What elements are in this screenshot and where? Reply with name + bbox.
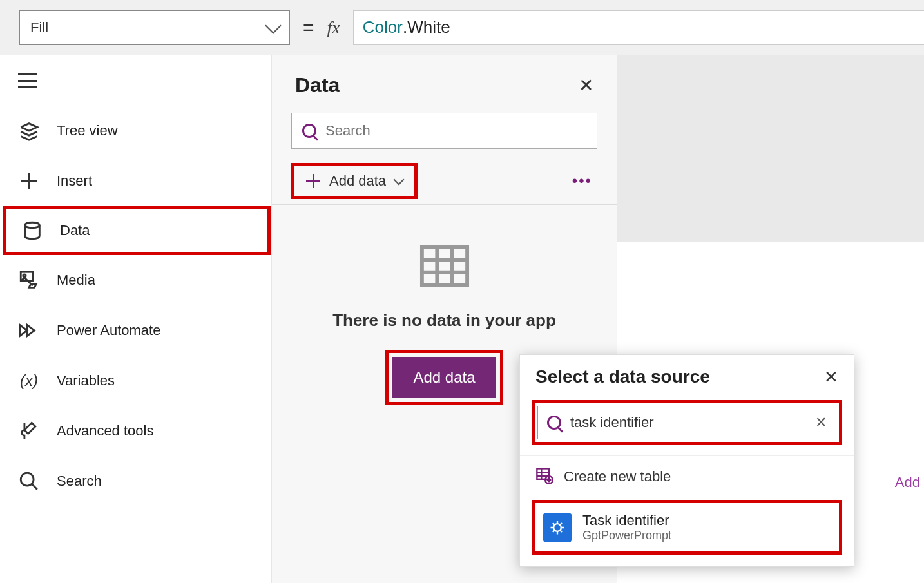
search-icon — [547, 416, 561, 430]
ds-popup-title: Select a data source — [535, 367, 710, 387]
nav-data[interactable]: Data — [3, 206, 271, 255]
data-pane-title: Data — [295, 73, 340, 97]
fx-icon: fx — [327, 17, 340, 38]
layers-icon — [18, 120, 40, 142]
create-new-table[interactable]: Create new table — [520, 455, 854, 497]
nav-media[interactable]: Media — [0, 255, 271, 305]
data-source-popup: Select a data source ✕ ✕ Create new tabl… — [519, 354, 854, 567]
nav-label: Data — [60, 222, 90, 239]
close-icon[interactable]: ✕ — [579, 75, 593, 96]
left-nav: Tree view Insert Data Media Power Automa — [0, 55, 272, 583]
nav-insert[interactable]: Insert — [0, 156, 271, 206]
svg-rect-11 — [537, 469, 549, 479]
property-name: Fill — [30, 19, 48, 36]
canvas-add-label[interactable]: Add — [895, 474, 920, 491]
ds-result-subtitle: GptPowerPrompt — [582, 529, 671, 542]
nav-label: Variables — [57, 372, 115, 389]
clear-icon[interactable]: ✕ — [815, 414, 827, 431]
formula-input[interactable]: Color.White — [353, 10, 924, 45]
nav-advanced-tools[interactable]: Advanced tools — [0, 406, 271, 456]
ai-model-icon — [543, 513, 572, 542]
svg-rect-6 — [421, 247, 467, 285]
tools-icon — [18, 420, 40, 442]
plus-icon — [18, 170, 40, 192]
more-options-button[interactable]: ••• — [567, 169, 597, 193]
nav-label: Advanced tools — [57, 423, 153, 439]
search-icon — [302, 124, 316, 138]
chevron-down-icon — [394, 175, 405, 186]
search-icon — [18, 470, 40, 492]
svg-line-5 — [32, 484, 37, 490]
formula-token-color: Color — [363, 17, 403, 37]
formula-bar: Fill = fx Color.White — [0, 0, 924, 55]
plus-icon — [306, 174, 320, 188]
svg-point-4 — [21, 473, 34, 486]
flow-icon — [18, 320, 40, 341]
media-icon — [18, 269, 40, 291]
table-icon — [272, 244, 617, 291]
nav-variables[interactable]: (x) Variables — [0, 356, 271, 406]
add-data-dropdown[interactable]: Add data — [291, 163, 418, 199]
close-icon[interactable]: ✕ — [824, 367, 838, 387]
table-plus-icon — [535, 466, 553, 487]
data-search-input[interactable] — [325, 122, 586, 139]
nav-label: Media — [57, 272, 95, 289]
formula-dot: . — [403, 17, 407, 37]
chevron-down-icon — [265, 17, 281, 33]
property-selector[interactable]: Fill — [19, 10, 290, 45]
variable-icon: (x) — [18, 370, 40, 392]
formula-token-white: White — [407, 17, 450, 37]
ds-result-task-identifier[interactable]: Task identifier GptPowerPrompt — [535, 503, 839, 551]
nav-search[interactable]: Search — [0, 456, 271, 506]
nav-label: Insert — [57, 173, 92, 189]
create-table-label: Create new table — [564, 468, 671, 485]
nav-power-automate[interactable]: Power Automate — [0, 305, 271, 356]
equals-sign: = — [303, 17, 314, 39]
hamburger-button[interactable] — [18, 73, 37, 88]
add-data-button[interactable]: Add data — [392, 357, 496, 398]
ds-search[interactable]: ✕ — [537, 406, 836, 439]
nav-tree-view[interactable]: Tree view — [0, 106, 271, 156]
empty-message: There is no data in your app — [272, 311, 617, 330]
ds-search-input[interactable] — [570, 414, 806, 431]
nav-label: Search — [57, 473, 102, 490]
nav-label: Tree view — [57, 122, 118, 139]
ds-result-title: Task identifier — [582, 512, 671, 529]
data-pane-search[interactable] — [291, 113, 597, 149]
nav-label: Power Automate — [57, 322, 160, 339]
database-icon — [21, 220, 43, 242]
add-data-label: Add data — [329, 173, 386, 189]
